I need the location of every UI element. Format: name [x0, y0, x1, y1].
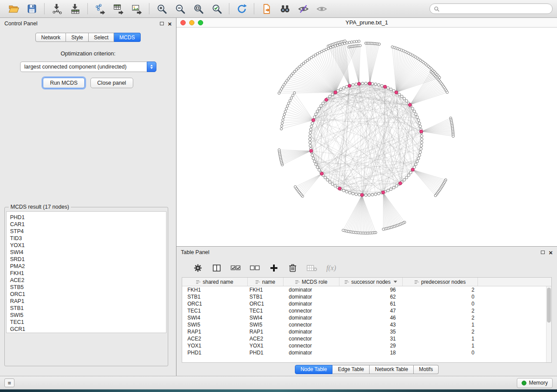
zoom-fit-button[interactable] — [189, 1, 208, 16]
network-node[interactable] — [418, 154, 421, 157]
network-node[interactable] — [377, 83, 380, 86]
network-node[interactable] — [382, 228, 385, 230]
network-node[interactable] — [344, 40, 346, 42]
close-panel-icon[interactable]: × — [168, 21, 172, 27]
network-node[interactable] — [446, 91, 449, 94]
search-input[interactable] — [442, 5, 548, 12]
tab-motifs[interactable]: Motifs — [414, 365, 439, 374]
network-node[interactable] — [408, 174, 410, 176]
add-column-button[interactable] — [269, 262, 279, 274]
network-node[interactable] — [316, 110, 319, 113]
network-node[interactable] — [395, 91, 398, 94]
mcds-node-item[interactable]: ORC1 — [10, 291, 166, 298]
network-node[interactable] — [309, 135, 311, 138]
network-node[interactable] — [420, 141, 423, 144]
mcds-node-item[interactable]: SRD1 — [10, 256, 166, 263]
network-node[interactable] — [315, 163, 317, 165]
network-node[interactable] — [289, 100, 291, 102]
network-node[interactable] — [413, 110, 415, 113]
network-node[interactable] — [390, 88, 392, 91]
network-node[interactable] — [350, 41, 353, 44]
network-node[interactable] — [405, 176, 408, 179]
mcds-node-item[interactable]: SWI4 — [10, 249, 166, 256]
show-all-button[interactable] — [312, 1, 331, 16]
network-node[interactable] — [411, 107, 414, 110]
network-node[interactable] — [339, 88, 342, 91]
network-node[interactable] — [280, 127, 283, 130]
tab-edge-table[interactable]: Edge Table — [332, 365, 370, 374]
table-scrollbar[interactable] — [546, 286, 551, 362]
network-node[interactable] — [411, 168, 414, 171]
network-node[interactable] — [364, 82, 367, 85]
zoom-selected-button[interactable] — [208, 1, 226, 16]
network-node[interactable] — [334, 91, 337, 94]
network-node[interactable] — [309, 128, 312, 131]
zoom-in-button[interactable] — [152, 1, 171, 16]
export-image-button[interactable] — [128, 1, 146, 16]
network-node[interactable] — [395, 185, 398, 187]
mcds-node-item[interactable]: PHD1 — [10, 214, 166, 221]
network-node[interactable] — [342, 229, 345, 232]
network-node[interactable] — [377, 192, 380, 195]
network-node[interactable] — [283, 113, 286, 116]
network-node[interactable] — [318, 168, 321, 171]
network-node[interactable] — [384, 85, 387, 88]
network-node[interactable] — [324, 176, 326, 179]
network-node[interactable] — [316, 166, 319, 168]
maximize-window-icon[interactable] — [198, 20, 203, 25]
minimize-window-icon[interactable] — [189, 20, 194, 25]
network-node[interactable] — [403, 179, 405, 181]
network-node[interactable] — [346, 86, 348, 88]
network-node[interactable] — [401, 95, 403, 98]
deselect-all-columns-button[interactable] — [250, 262, 260, 274]
column-header-predecessor-nodes[interactable]: predecessor nodes — [403, 278, 478, 286]
network-node[interactable] — [415, 113, 417, 116]
mcds-node-item[interactable]: STB5 — [10, 284, 166, 291]
network-node[interactable] — [355, 83, 357, 86]
network-node[interactable] — [420, 138, 423, 141]
mcds-node-item[interactable]: PMA2 — [10, 263, 166, 270]
close-window-icon[interactable] — [180, 20, 186, 25]
network-node[interactable] — [331, 183, 334, 186]
network-node[interactable] — [325, 98, 328, 101]
network-node[interactable] — [320, 172, 323, 175]
table-row[interactable]: YOX1YOX1connector291 — [182, 342, 551, 349]
network-node[interactable] — [378, 43, 381, 45]
mcds-node-item[interactable]: YOX1 — [10, 242, 166, 249]
network-node[interactable] — [329, 95, 331, 98]
column-header-shared-name[interactable]: shared name — [182, 278, 248, 286]
network-node[interactable] — [293, 92, 296, 94]
float-panel-icon[interactable] — [541, 251, 545, 254]
network-node[interactable] — [326, 179, 329, 181]
delete-column-button[interactable] — [288, 262, 298, 274]
network-node[interactable] — [368, 194, 370, 196]
panel-menu-button[interactable]: ≡ — [4, 378, 14, 387]
table-settings-button[interactable] — [193, 262, 203, 274]
table-row[interactable]: SWI4SWI4dominator462 — [182, 314, 551, 321]
network-node[interactable] — [416, 160, 419, 163]
network-node[interactable] — [374, 83, 377, 86]
network-node[interactable] — [311, 122, 314, 124]
table-row[interactable]: PHD1PHD1dominator180 — [182, 349, 551, 356]
network-node[interactable] — [334, 185, 336, 187]
network-node[interactable] — [355, 193, 357, 196]
zoom-out-button[interactable] — [171, 1, 189, 16]
network-node[interactable] — [368, 82, 371, 85]
mcds-node-item[interactable]: TID3 — [10, 235, 166, 242]
column-header-successor-nodes[interactable]: successor nodes — [339, 278, 403, 286]
network-node[interactable] — [329, 181, 331, 183]
network-node[interactable] — [352, 83, 354, 86]
mcds-node-item[interactable]: CAR1 — [10, 221, 166, 228]
hide-selected-button[interactable] — [294, 1, 312, 16]
network-node[interactable] — [322, 102, 324, 105]
network-node[interactable] — [353, 41, 356, 43]
network-node[interactable] — [392, 186, 395, 189]
network-node[interactable] — [280, 125, 283, 127]
close-panel-button[interactable]: Close panel — [90, 78, 133, 88]
network-node[interactable] — [399, 182, 402, 185]
network-node[interactable] — [348, 41, 351, 44]
open-file-button[interactable] — [4, 1, 23, 16]
network-node[interactable] — [282, 116, 285, 119]
network-node[interactable] — [356, 40, 358, 43]
import-table-button[interactable] — [66, 1, 84, 16]
